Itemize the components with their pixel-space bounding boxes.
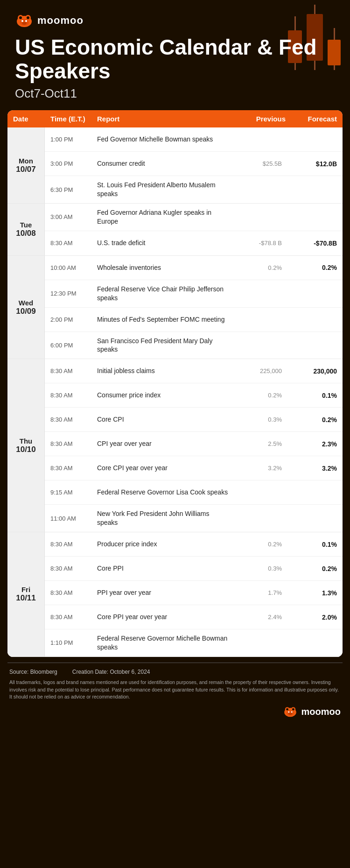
event-report: Wholesale inventories bbox=[97, 263, 234, 272]
logo-area: moomoo bbox=[15, 13, 335, 28]
svg-point-7 bbox=[25, 20, 27, 22]
day-label-1010: Thu10/10 bbox=[7, 359, 45, 532]
event-report: Minutes of Fed's September FOMC meeting bbox=[97, 315, 234, 324]
footer-disclaimer: All trademarks, logos and brand names me… bbox=[9, 679, 341, 701]
day-name: Wed bbox=[19, 299, 33, 307]
table-row: 11:00 AMNew York Fed President John Will… bbox=[45, 505, 343, 532]
footer-meta-row: Source: Bloomberg Creation Date: October… bbox=[9, 669, 341, 675]
table-row: 8:30 AMCore PPI0.3%0.2% bbox=[45, 557, 343, 581]
table-row: 8:30 AMPPI year over year1.7%1.3% bbox=[45, 581, 343, 605]
svg-point-8 bbox=[22, 22, 27, 25]
event-report: Consumer price index bbox=[97, 391, 234, 400]
event-forecast: 0.1% bbox=[286, 392, 337, 399]
table-row: 8:30 AMCore CPI0.3%0.2% bbox=[45, 408, 343, 432]
table-row: 6:30 PMSt. Louis Fed President Alberto M… bbox=[45, 176, 343, 203]
footer: Source: Bloomberg Creation Date: October… bbox=[7, 663, 343, 721]
table-row: 8:30 AMCore PPI year over year2.4%2.0% bbox=[45, 605, 343, 629]
event-time: 9:15 AM bbox=[50, 489, 97, 496]
svg-point-16 bbox=[291, 711, 292, 713]
day-group-1011: Fri10/118:30 AMProducer price index0.2%0… bbox=[7, 532, 343, 657]
event-previous: 1.7% bbox=[234, 589, 286, 596]
table-row: 8:30 AMConsumer price index0.2%0.1% bbox=[45, 383, 343, 408]
event-report: New York Fed President John Williams spe… bbox=[97, 509, 234, 527]
day-date: 10/08 bbox=[16, 229, 36, 238]
event-report: Consumer credit bbox=[97, 159, 234, 168]
event-time: 11:00 AM bbox=[50, 515, 97, 522]
event-report: PPI year over year bbox=[97, 588, 234, 597]
event-previous: $25.5B bbox=[234, 160, 286, 167]
day-events: 8:30 AMProducer price index0.2%0.1%8:30 … bbox=[45, 532, 343, 656]
event-time: 3:00 AM bbox=[50, 213, 97, 220]
event-time: 2:00 PM bbox=[50, 316, 97, 323]
day-events: 10:00 AMWholesale inventories0.2%0.2%12:… bbox=[45, 256, 343, 359]
table-row: 3:00 AMFed Governor Adriana Kugler speak… bbox=[45, 204, 343, 231]
footer-creation: Creation Date: October 6, 2024 bbox=[72, 669, 150, 675]
table-row: 9:15 AMFederal Reserve Governor Lisa Coo… bbox=[45, 480, 343, 505]
svg-point-15 bbox=[288, 711, 289, 713]
day-label-1009: Wed10/09 bbox=[7, 256, 45, 359]
event-report: Federal Reserve Governor Michelle Bowman… bbox=[97, 634, 234, 652]
event-time: 8:30 AM bbox=[50, 565, 97, 572]
calendar-table: Date Time (E.T.) Report Previous Forecas… bbox=[7, 110, 343, 657]
event-forecast: 3.2% bbox=[286, 465, 337, 472]
event-report: Federal Reserve Vice Chair Philip Jeffer… bbox=[97, 285, 234, 303]
col-previous: Previous bbox=[234, 115, 286, 123]
table-row: 8:30 AMU.S. trade deficit-$78.8 B-$70.8B bbox=[45, 231, 343, 255]
event-forecast: 0.2% bbox=[286, 264, 337, 271]
event-report: Fed Governor Michelle Bowman speaks bbox=[97, 135, 234, 144]
day-name: Mon bbox=[19, 157, 33, 165]
event-report: Core PPI year over year bbox=[97, 613, 234, 621]
table-row: 3:00 PMConsumer credit$25.5B$12.0B bbox=[45, 152, 343, 176]
footer-logo-icon bbox=[283, 706, 298, 718]
event-time: 8:30 AM bbox=[50, 440, 97, 447]
event-forecast: 2.3% bbox=[286, 440, 337, 448]
event-report: Core CPI year over year bbox=[97, 464, 234, 473]
event-time: 8:30 AM bbox=[50, 392, 97, 399]
table-row: 1:00 PMFed Governor Michelle Bowman spea… bbox=[45, 127, 343, 152]
event-previous: 0.2% bbox=[234, 541, 286, 548]
event-report: San Francisco Fed President Mary Daly sp… bbox=[97, 337, 234, 354]
event-forecast: 0.1% bbox=[286, 541, 337, 548]
event-report: Initial jobless claims bbox=[97, 367, 234, 375]
event-forecast: 230,000 bbox=[286, 367, 337, 375]
event-time: 8:30 AM bbox=[50, 367, 97, 374]
table-row: 2:00 PMMinutes of Fed's September FOMC m… bbox=[45, 308, 343, 332]
moomoo-logo-icon bbox=[15, 13, 34, 28]
event-previous: 0.3% bbox=[234, 416, 286, 423]
event-time: 8:30 AM bbox=[50, 614, 97, 621]
event-time: 1:10 PM bbox=[50, 639, 97, 646]
event-time: 12:30 PM bbox=[50, 290, 97, 297]
brand-name: moomoo bbox=[37, 14, 84, 27]
header: moomoo US Economic Calendar & Fed Speake… bbox=[0, 0, 350, 110]
table-row: 12:30 PMFederal Reserve Vice Chair Phili… bbox=[45, 280, 343, 308]
event-time: 10:00 AM bbox=[50, 264, 97, 271]
day-group-1010: Thu10/108:30 AMInitial jobless claims225… bbox=[7, 359, 343, 532]
event-report: CPI year over year bbox=[97, 439, 234, 448]
event-previous: 225,000 bbox=[234, 367, 286, 374]
svg-point-3 bbox=[19, 16, 22, 19]
day-date: 10/11 bbox=[16, 593, 36, 603]
col-report: Report bbox=[97, 115, 234, 123]
table-row: 8:30 AMInitial jobless claims225,000230,… bbox=[45, 359, 343, 383]
event-previous: 0.3% bbox=[234, 565, 286, 572]
event-report: Core CPI bbox=[97, 415, 234, 424]
table-row: 1:10 PMFederal Reserve Governor Michelle… bbox=[45, 629, 343, 656]
event-previous: 0.2% bbox=[234, 392, 286, 399]
svg-point-13 bbox=[292, 708, 294, 711]
svg-point-12 bbox=[286, 708, 288, 711]
event-forecast: $12.0B bbox=[286, 160, 337, 168]
day-events: 8:30 AMInitial jobless claims225,000230,… bbox=[45, 359, 343, 532]
event-time: 6:30 PM bbox=[50, 186, 97, 193]
event-forecast: 0.2% bbox=[286, 565, 337, 572]
day-group-1008: Tue10/083:00 AMFed Governor Adriana Kugl… bbox=[7, 204, 343, 256]
table-row: 8:30 AMCPI year over year2.5%2.3% bbox=[45, 432, 343, 456]
event-previous: 3.2% bbox=[234, 465, 286, 472]
svg-point-6 bbox=[21, 20, 23, 22]
footer-source: Source: Bloomberg bbox=[9, 669, 57, 675]
event-forecast: -$70.8B bbox=[286, 240, 337, 247]
event-time: 8:30 AM bbox=[50, 416, 97, 423]
event-report: U.S. trade deficit bbox=[97, 239, 234, 247]
event-time: 8:30 AM bbox=[50, 240, 97, 247]
event-forecast: 0.2% bbox=[286, 416, 337, 423]
table-row: 6:00 PMSan Francisco Fed President Mary … bbox=[45, 332, 343, 359]
